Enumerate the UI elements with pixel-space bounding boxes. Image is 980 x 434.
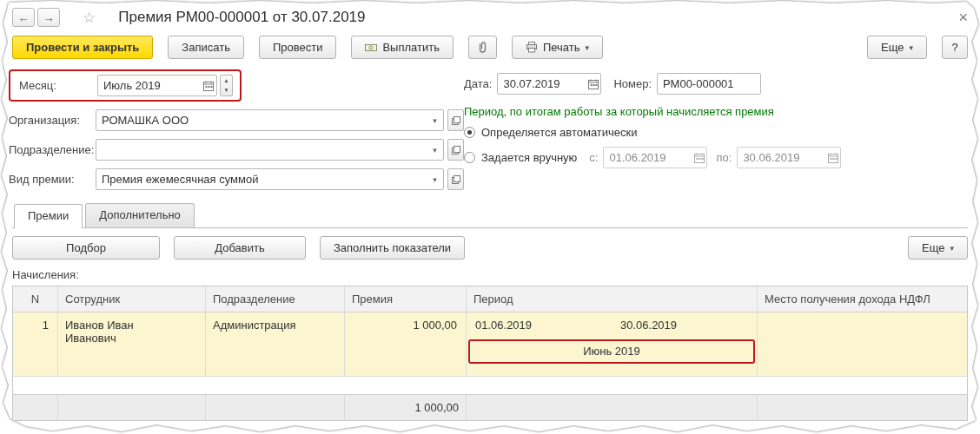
total-cell-department (206, 395, 345, 420)
date-input[interactable] (498, 74, 586, 94)
chevron-down-icon[interactable]: ▾ (427, 110, 443, 130)
banknote-icon (365, 43, 377, 53)
table-totals-row: 1 000,00 (13, 394, 967, 420)
department-input[interactable] (96, 140, 427, 160)
cell-row-number[interactable]: 1 (13, 312, 58, 376)
forward-arrow-icon: → (43, 11, 55, 24)
bonus-document-window: ← → ☆ Премия РМ00-000001 от 30.07.2019 ×… (0, 0, 980, 434)
favorite-star-icon[interactable]: ☆ (83, 9, 96, 27)
column-header-n[interactable]: N (13, 286, 58, 312)
right-fields-column: Дата: Номер: Период, по итогам работы за… (464, 73, 968, 168)
window-title: Премия РМ00-000001 от 30.07.2019 (118, 9, 365, 26)
cell-period[interactable]: 01.06.2019 30.06.2019 Июнь 2019 (467, 312, 758, 376)
bonus-type-combo: ▾ (96, 168, 444, 190)
post-and-close-button[interactable]: Провести и закрыть (12, 36, 153, 59)
forward-button[interactable]: → (37, 8, 60, 27)
chevron-down-icon[interactable]: ▾ (427, 169, 443, 189)
column-header-ndfl-place[interactable]: Место получения дохода НДФЛ (758, 286, 967, 312)
calendar-icon[interactable] (202, 76, 216, 95)
total-cell-n (13, 395, 58, 420)
department-label: Подразделение: (9, 143, 96, 156)
calendar-icon[interactable] (586, 74, 601, 94)
month-field (97, 75, 217, 96)
table-empty-area (13, 377, 967, 394)
cell-employee[interactable]: Иванов Иван Иванович (58, 312, 206, 376)
write-button[interactable]: Записать (168, 36, 244, 59)
auto-radio[interactable] (464, 127, 475, 138)
back-arrow-icon: ← (18, 11, 30, 24)
number-label: Номер: (613, 77, 652, 90)
period-end-date[interactable]: 30.06.2019 (612, 312, 757, 338)
employee-name: Иванов Иван Иванович (65, 319, 156, 345)
period-to-label: по: (716, 151, 732, 164)
calendar-icon[interactable] (692, 148, 707, 168)
period-dates: 01.06.2019 30.06.2019 (467, 312, 757, 338)
department-row: Подразделение: ▾ (9, 139, 464, 161)
column-header-employee[interactable]: Сотрудник (58, 286, 206, 312)
period-from-input[interactable] (604, 148, 692, 168)
column-header-bonus[interactable]: Премия (345, 286, 467, 312)
manual-period-option: Задается вручную с: по: (464, 147, 968, 168)
accruals-label: Начисления: (12, 268, 968, 281)
add-button[interactable]: Добавить (174, 236, 306, 260)
chevron-down-icon: ▾ (586, 43, 590, 52)
auto-period-option: Определяется автоматически (464, 126, 968, 139)
pay-button-label: Выплатить (382, 41, 440, 54)
organization-input[interactable] (96, 110, 427, 130)
table-more-label: Еще (922, 241, 944, 254)
period-month-value: Июнь 2019 (583, 345, 640, 358)
open-department-button[interactable] (447, 139, 464, 161)
open-link-icon (452, 175, 460, 184)
torn-page-wrapper: ← → ☆ Премия РМ00-000001 от 30.07.2019 ×… (0, 0, 980, 434)
tab-premii[interactable]: Премии (14, 204, 83, 228)
back-button[interactable]: ← (12, 8, 35, 27)
number-input[interactable] (657, 73, 761, 95)
tab-dopolnitelno[interactable]: Дополнительно (85, 203, 195, 227)
nav-buttons: ← → (12, 8, 60, 27)
chevron-down-icon: ▾ (950, 244, 954, 253)
total-bonus: 1 000,00 (345, 395, 467, 420)
column-header-period[interactable]: Период (467, 286, 758, 312)
cell-ndfl-place[interactable] (758, 312, 967, 376)
open-organization-button[interactable] (447, 109, 464, 131)
month-label: Месяц: (14, 79, 97, 92)
more-button-label: Еще (881, 41, 904, 54)
table-row[interactable]: 1 Иванов Иван Иванович Администрация 1 0… (13, 312, 967, 377)
period-group-title: Период, по итогам работы за который начи… (464, 105, 968, 118)
printer-icon (526, 42, 538, 53)
pay-button[interactable]: Выплатить (351, 36, 454, 59)
accruals-table: N Сотрудник Подразделение Премия Период … (12, 286, 968, 421)
column-header-department[interactable]: Подразделение (206, 286, 345, 312)
main-toolbar: Провести и закрыть Записать Провести Вып… (12, 32, 968, 69)
open-bonus-type-button[interactable] (447, 168, 464, 190)
cell-bonus[interactable]: 1 000,00 (345, 312, 467, 376)
more-button[interactable]: Еще ▾ (867, 36, 927, 59)
calendar-glyph-icon (828, 153, 838, 163)
fill-indicators-button[interactable]: Заполнить показатели (320, 236, 465, 260)
pick-button[interactable]: Подбор (12, 236, 160, 260)
attachments-button[interactable] (468, 36, 497, 59)
print-button[interactable]: Печать ▾ (512, 36, 603, 59)
calendar-icon[interactable] (826, 148, 841, 168)
bonuses-tab-panel: Подбор Добавить Заполнить показатели Еще… (12, 227, 968, 421)
table-more-button[interactable]: Еще ▾ (908, 236, 968, 260)
spin-up-icon[interactable]: ▲ (221, 76, 232, 86)
total-cell-period (467, 395, 758, 420)
period-month-highlight[interactable]: Июнь 2019 (468, 339, 755, 364)
total-cell-ndfl (758, 395, 967, 420)
close-icon[interactable]: × (958, 10, 968, 25)
cell-department[interactable]: Администрация (206, 312, 345, 376)
organization-combo: ▾ (96, 109, 444, 131)
manual-radio[interactable] (464, 152, 475, 163)
help-button[interactable]: ? (942, 36, 968, 59)
period-start-date[interactable]: 01.06.2019 (467, 312, 612, 338)
spin-down-icon[interactable]: ▼ (221, 86, 232, 96)
auto-radio-label: Определяется автоматически (481, 126, 638, 139)
chevron-down-icon[interactable]: ▾ (427, 140, 443, 160)
month-input[interactable] (98, 76, 202, 95)
period-to-field (737, 147, 841, 168)
calendar-glyph-icon (694, 153, 705, 163)
period-to-input[interactable] (738, 148, 825, 168)
post-button[interactable]: Провести (259, 36, 337, 59)
bonus-type-input[interactable] (96, 169, 427, 189)
